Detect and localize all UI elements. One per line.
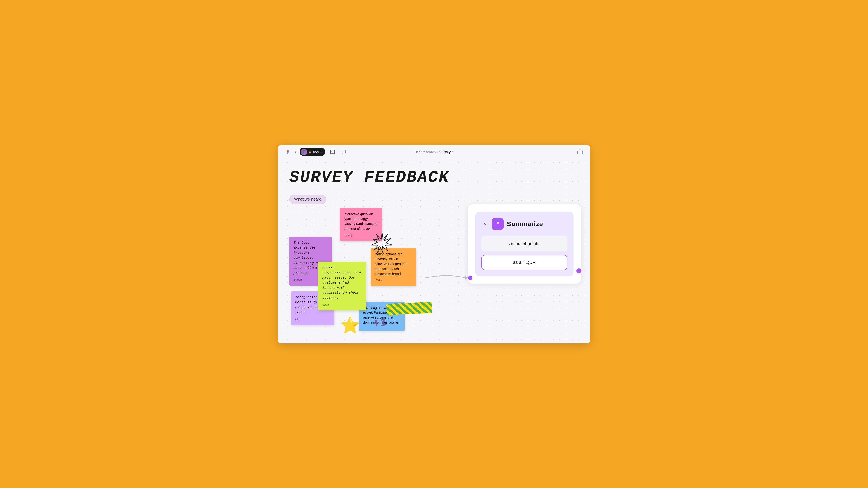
figma-icon[interactable] [284,148,291,156]
toolbar-center: User research / Survey ▾ [361,150,507,154]
app-window: ▾ 🎵 ★ 05:00 [278,145,590,344]
what-we-heard-label: What we heard [289,195,326,204]
chat-icon-button[interactable] [340,148,348,156]
explosion-decoration [370,230,395,256]
figma-chevron[interactable]: ▾ [295,150,296,154]
note-text: Interactive question types are buggy, ca… [344,212,378,231]
striped-sticker [386,301,432,315]
summarize-panel: < * Summarize as bullet points as a TL;D… [468,204,581,284]
note-author: Chad [322,303,362,307]
sticky-note-chad[interactable]: Mobile responsiveness is a major issue. … [318,262,366,311]
timer-avatar: 🎵 [301,149,307,155]
star-icon-small: ★ [309,150,311,154]
headphone-icon[interactable] [577,149,584,155]
note-text: Mobile responsiveness is a major issue. … [322,265,362,301]
toolbar: ▾ 🎵 ★ 05:00 [278,145,590,159]
layout-icon-button[interactable] [329,148,337,156]
star-sticker: ⭐ [340,316,360,334]
svg-rect-3 [577,152,578,154]
svg-marker-5 [371,232,392,253]
toolbar-left: ▾ 🎵 ★ 05:00 [284,148,358,156]
summarize-header: < * Summarize [482,218,567,230]
timer-badge[interactable]: 🎵 ★ 05:00 [300,148,325,156]
summarize-inner-box: < * Summarize as bullet points as a TL;D… [475,212,574,276]
summarize-options: as bullet points as a TL;DR [482,236,567,270]
breadcrumb-chevron[interactable]: ▾ [452,150,454,154]
svg-rect-0 [331,150,335,154]
canvas-area: SURVEY FEEDBACK What we heard Interactiv… [278,159,590,344]
flow-circle-right [577,268,581,273]
svg-rect-4 [582,152,583,154]
page-title: SURVEY FEEDBACK [289,168,579,187]
breadcrumb-parent: User research [414,150,436,154]
back-button[interactable]: < [482,220,489,228]
breadcrumb-separator: / [437,150,438,154]
note-author: Rahul [375,278,412,282]
note-author: Hiro [295,318,330,322]
breadcrumb-current: Survey [439,150,451,154]
option-tldr[interactable]: as a TL;DR [482,255,567,270]
summarize-title: Summarize [507,220,543,228]
timer-text: 05:00 [313,150,322,154]
option-bullet-points[interactable]: as bullet points [482,236,567,251]
flow-circle-left [468,275,472,280]
flow-connector [425,271,472,285]
plus-one-sticker: +1 [372,315,388,331]
toolbar-right [510,149,584,155]
asterisk-icon: * [492,218,504,230]
breadcrumb: User research / Survey ▾ [414,150,454,154]
